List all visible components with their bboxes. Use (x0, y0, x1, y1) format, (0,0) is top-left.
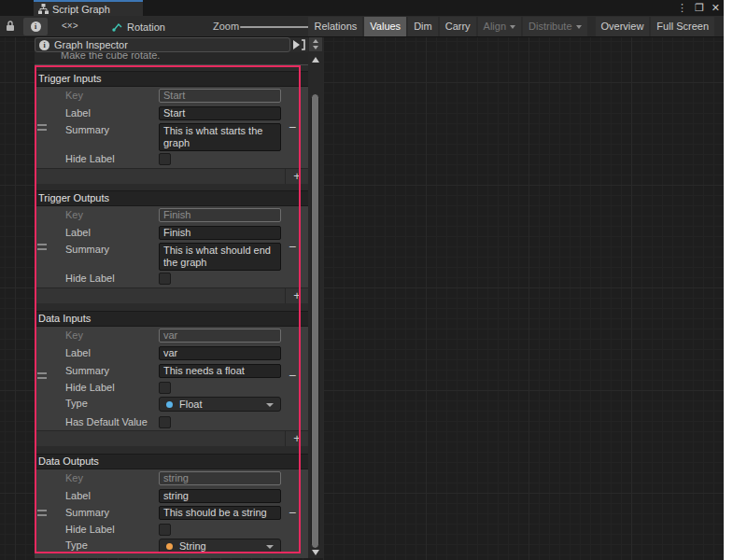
value-connections-icon[interactable]: <×> (62, 21, 78, 31)
hide-label-label: Hide Label (65, 382, 115, 393)
add-item-button[interactable]: + (285, 169, 308, 184)
type-row: Type Float (35, 396, 308, 413)
inspector-toggle-button[interactable]: i (23, 18, 48, 35)
reorder-handle-icon[interactable] (37, 510, 47, 516)
toolbar-button-fullscreen[interactable]: Full Screen (651, 17, 714, 36)
summary-label: Summary (65, 124, 109, 135)
reorder-handle-icon[interactable] (37, 372, 47, 379)
label-field[interactable]: Finish (159, 226, 281, 240)
key-row: Key Finish (35, 207, 308, 225)
toolbar-button-align: Align (478, 17, 521, 36)
summary-field[interactable]: This should be a string (159, 506, 281, 520)
tab-title: Script Graph (52, 4, 110, 15)
toolbar-button-overview[interactable]: Overview (596, 17, 650, 36)
remove-item-button[interactable]: − (285, 239, 300, 254)
hide-label-label: Hide Label (65, 273, 115, 284)
title-bar: Script Graph ⋮ ❐ ✕ (0, 0, 724, 16)
scroll-down-arrow[interactable] (312, 550, 319, 555)
stepper-down-icon[interactable] (313, 46, 318, 49)
section-header-data-outputs: Data Outputs (35, 454, 308, 469)
scroll-up-arrow[interactable] (312, 57, 319, 63)
summary-field[interactable]: This is what starts the graph (159, 123, 281, 151)
key-field: var (159, 329, 281, 343)
hide-label-checkbox[interactable] (159, 153, 171, 165)
graph-breadcrumb[interactable]: Rotation (112, 16, 165, 37)
hide-label-row: Hide Label (35, 380, 308, 396)
graph-inspector-panel: i Graph Inspector Make the cube rotate. … (35, 37, 308, 558)
lock-icon[interactable] (6, 21, 15, 32)
type-label: Type (65, 539, 88, 551)
add-item-button[interactable]: + (285, 288, 308, 303)
toolbar-button-values[interactable]: Values (364, 17, 406, 36)
info-icon: i (31, 21, 41, 32)
label-label: Label (65, 107, 91, 119)
script-graph-icon (38, 4, 49, 14)
graph-asset-icon (112, 22, 122, 32)
dock-panel-icon[interactable] (292, 39, 306, 50)
zoom-slider-track[interactable] (240, 26, 311, 28)
hide-label-row: Hide Label (35, 151, 308, 167)
label-label: Label (65, 490, 91, 501)
remove-item-button[interactable]: − (285, 368, 300, 383)
hide-label-row: Hide Label (35, 271, 308, 287)
key-row: Key string (35, 470, 308, 488)
toolbar-button-distribute: Distribute (523, 17, 586, 36)
chevron-down-icon (266, 545, 274, 549)
summary-row: Summary This should be a string (35, 505, 308, 521)
zoom-label: Zoom (213, 21, 239, 32)
hide-label-checkbox[interactable] (159, 382, 171, 394)
scroll-stepper[interactable] (309, 37, 322, 51)
type-dropdown[interactable]: Float (159, 397, 281, 412)
label-field[interactable]: string (159, 489, 281, 503)
remove-item-button[interactable]: − (285, 505, 300, 520)
label-field[interactable]: Start (159, 106, 281, 120)
float-type-dot-icon (166, 401, 173, 408)
add-item-row: + (35, 430, 308, 446)
section-header-data-inputs: Data Inputs (35, 311, 308, 327)
hide-label-label: Hide Label (65, 153, 115, 164)
has-default-row: Has Default Value (35, 414, 308, 430)
hide-label-checkbox[interactable] (159, 524, 171, 536)
summary-row: Summary This is what should end the grap… (35, 242, 308, 271)
graph-toolbar: i <×> Rotation Zoom 1x Relations Values … (0, 16, 724, 37)
reorder-handle-icon[interactable] (37, 124, 47, 131)
maximize-icon[interactable]: ❐ (695, 0, 704, 16)
add-item-button[interactable]: + (285, 431, 308, 446)
chevron-down-icon (576, 25, 582, 29)
label-row: Label Start (35, 105, 308, 123)
summary-field[interactable]: This needs a float (159, 364, 281, 378)
hide-label-row: Hide Label (35, 522, 308, 538)
toolbar-toggle-group: Relations Values Dim Carry Align Distrib… (308, 17, 714, 36)
remove-item-button[interactable]: − (285, 119, 300, 134)
toolbar-button-dim[interactable]: Dim (408, 17, 438, 36)
label-label: Label (65, 347, 91, 358)
unity-script-graph-window: Script Graph ⋮ ❐ ✕ i <×> Rotation Zoom 1… (0, 0, 724, 560)
window-menu-icon[interactable]: ⋮ (677, 0, 687, 16)
summary-row: Summary This is what starts the graph (35, 122, 308, 151)
hide-label-checkbox[interactable] (159, 273, 171, 285)
label-row: Label Finish (35, 225, 308, 243)
graph-summary-field[interactable]: Make the cube rotate. (35, 52, 308, 65)
label-field[interactable]: var (159, 346, 281, 360)
add-item-row: + (35, 287, 308, 303)
key-row: Key var (35, 328, 308, 345)
graph-summary-text: Make the cube rotate. (61, 52, 160, 61)
summary-field[interactable]: This is what should end the graph (159, 243, 281, 271)
key-label: Key (65, 209, 83, 220)
chevron-down-icon (510, 25, 515, 29)
close-icon[interactable]: ✕ (712, 0, 720, 16)
type-dropdown[interactable]: String (159, 539, 281, 553)
has-default-label: Has Default Value (65, 416, 148, 427)
reorder-handle-icon[interactable] (37, 244, 47, 250)
type-value: String (179, 540, 206, 552)
summary-row: Summary This needs a float (35, 363, 308, 379)
tab-script-graph[interactable]: Script Graph (34, 0, 143, 16)
scrollbar-thumb[interactable] (311, 93, 319, 549)
key-label: Key (65, 472, 83, 483)
has-default-checkbox[interactable] (159, 416, 171, 428)
toolbar-button-relations[interactable]: Relations (308, 17, 362, 36)
key-field: Start (159, 89, 281, 103)
window-controls: ⋮ ❐ ✕ (677, 0, 720, 16)
toolbar-button-carry[interactable]: Carry (440, 17, 476, 36)
stepper-up-icon[interactable] (313, 39, 318, 43)
